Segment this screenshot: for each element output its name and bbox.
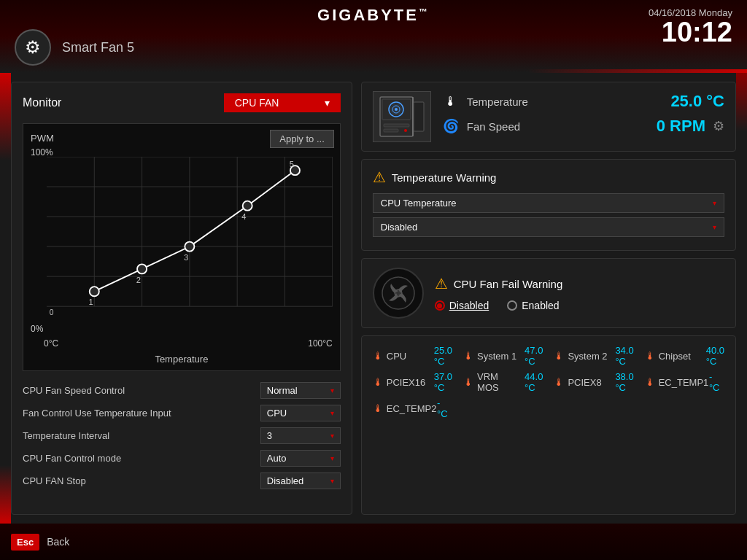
svg-text:3: 3 [184, 253, 188, 262]
pwm-100-label: 100% [31, 147, 53, 158]
temp-interval-select[interactable]: 3 ▾ [260, 427, 341, 444]
gear-icon: ⚙ [15, 29, 51, 66]
temperature-row: 🌡 Temperature 25.0 °C [442, 92, 724, 111]
temp-sensor-icon: 🌡 [645, 350, 655, 362]
disabled-radio-circle [435, 300, 445, 311]
warning-triangle-icon: ⚠ [373, 168, 386, 186]
temp-sensor-name: Chipset [659, 351, 703, 362]
temp-warning-header: ⚠ Temperature Warning [373, 168, 724, 186]
temp-sensor-name: System 1 [477, 351, 521, 362]
header: GIGABYTE™ ⚙ Smart Fan 5 04/16/2018 Monda… [0, 0, 747, 73]
monitor-header: Monitor CPU FAN ▾ [23, 93, 341, 112]
list-item: 🌡 System 2 34.0 °C [554, 345, 633, 367]
fail-warning-header: ⚠ CPU Fan Fail Warning [435, 275, 724, 292]
temp-warning-threshold-select[interactable]: Disabled ▾ [373, 217, 724, 237]
status-values: 🌡 Temperature 25.0 °C 🌀 Fan Speed 0 RPM … [442, 92, 724, 141]
svg-point-12 [90, 287, 99, 296]
fan-curve-chart: Apply to ... PWM 100% 0% 0°C 100°C Tempe… [23, 123, 341, 371]
temp-grid: 🌡 CPU 25.0 °C 🌡 System 1 47.0 °C 🌡 Syste… [373, 345, 724, 419]
temp-sensor-name: EC_TEMP1 [659, 377, 705, 388]
disabled-radio-label: Disabled [449, 300, 489, 311]
header-title-area: ⚙ Smart Fan 5 [15, 29, 134, 66]
svg-rect-30 [384, 124, 409, 127]
speed-control-row: CPU Fan Speed Control Normal ▾ [23, 382, 341, 399]
temp-grid-card: 🌡 CPU 25.0 °C 🌡 System 1 47.0 °C 🌡 Syste… [361, 335, 736, 515]
temp-sensor-icon: 🌡 [373, 376, 383, 388]
fan-settings: CPU Fan Speed Control Normal ▾ Fan Contr… [23, 382, 341, 489]
svg-text:4: 4 [241, 212, 246, 221]
fail-warning-radio-group: Disabled Enabled [435, 300, 724, 311]
fan-speed-label: Fan Speed [467, 120, 649, 133]
fan-curve-svg: 1 2 3 4 5 0 [47, 157, 333, 320]
fail-warning-icon: ⚠ [435, 275, 448, 292]
temp-sensor-value: 37.0 °C [434, 371, 452, 393]
svg-text:5: 5 [290, 160, 294, 168]
red-accent-top [528, 69, 747, 73]
status-card: 🌡 Temperature 25.0 °C 🌀 Fan Speed 0 RPM … [361, 82, 736, 152]
temp-interval-row: Temperature Interval 3 ▾ [23, 427, 341, 444]
gigabyte-logo: GIGABYTE™ [317, 6, 430, 25]
list-item: 🌡 EC_TEMP1 - °C [645, 371, 724, 393]
list-item: 🌡 CPU 25.0 °C [373, 345, 452, 367]
temp-warning-source-select[interactable]: CPU Temperature ▾ [373, 193, 724, 213]
back-label: Back [47, 536, 69, 548]
temp-sensor-icon: 🌡 [463, 376, 473, 388]
temp-sensor-value: 47.0 °C [525, 345, 543, 367]
right-panel: 🌡 Temperature 25.0 °C 🌀 Fan Speed 0 RPM … [361, 82, 736, 515]
control-mode-select[interactable]: Auto ▾ [260, 450, 341, 467]
temp-sensor-name: System 2 [568, 351, 611, 362]
speed-control-select[interactable]: Normal ▾ [260, 382, 341, 399]
temperature-value: 25.0 °C [670, 92, 724, 111]
temp-input-select[interactable]: CPU ▾ [260, 405, 341, 421]
fail-warning-content: ⚠ CPU Fan Fail Warning Disabled Enabled [435, 275, 724, 311]
app-title: Smart Fan 5 [62, 40, 134, 55]
svg-text:1: 1 [89, 298, 93, 306]
enabled-radio-circle [507, 300, 517, 311]
list-item: 🌡 VRM MOS 44.0 °C [463, 371, 543, 393]
speed-control-label: CPU Fan Speed Control [23, 385, 125, 396]
temp-input-row: Fan Control Use Temperature Input CPU ▾ [23, 405, 341, 421]
svg-rect-34 [414, 102, 424, 131]
svg-text:2: 2 [136, 276, 141, 284]
svg-point-32 [404, 129, 407, 132]
datetime-display: 04/16/2018 Monday 10:12 [649, 7, 732, 46]
esc-button[interactable]: Esc [11, 534, 39, 551]
fail-warning-title: CPU Fan Fail Warning [454, 278, 563, 290]
temp-100-label: 100°C [308, 338, 333, 349]
fan-selector-button[interactable]: CPU FAN ▾ [224, 93, 341, 112]
temp-warning-title: Temperature Warning [392, 171, 497, 184]
temp-interval-label: Temperature Interval [23, 430, 109, 441]
temp-sensor-name: EC_TEMP2 [387, 403, 433, 414]
temp-sensor-icon: 🌡 [554, 376, 564, 388]
temp-sensor-name: PCIEX16 [387, 377, 430, 388]
temp-sensor-icon: 🌡 [373, 350, 383, 362]
temp-sensor-icon: 🌡 [645, 376, 655, 388]
fan-icon: 🌀 [442, 118, 460, 134]
temp-0-label: 0°C [44, 338, 58, 349]
temp-sensor-icon: 🌡 [554, 350, 564, 362]
svg-point-18 [243, 201, 252, 211]
enabled-radio[interactable]: Enabled [507, 300, 559, 311]
svg-text:0: 0 [50, 308, 54, 316]
list-item: 🌡 Chipset 40.0 °C [645, 345, 724, 367]
temp-sensor-value: 40.0 °C [706, 345, 724, 367]
pwm-axis-label: PWM [31, 133, 54, 144]
control-mode-row: CPU Fan Control mode Auto ▾ [23, 450, 341, 467]
temp-sensor-name: VRM MOS [477, 371, 521, 393]
temp-sensor-value: 38.0 °C [615, 371, 633, 393]
enabled-radio-label: Enabled [522, 300, 559, 311]
thermometer-icon: 🌡 [442, 94, 460, 109]
fan-large-icon [373, 268, 424, 319]
footer: Esc Back [0, 524, 747, 560]
disabled-radio[interactable]: Disabled [435, 300, 489, 311]
left-panel: Monitor CPU FAN ▾ Apply to ... PWM 100% … [11, 82, 352, 515]
apply-to-button[interactable]: Apply to ... [270, 130, 333, 148]
monitor-label: Monitor [23, 96, 61, 109]
list-item: 🌡 PCIEX16 37.0 °C [373, 371, 452, 393]
temp-input-label: Fan Control Use Temperature Input [23, 408, 171, 419]
svg-rect-31 [384, 129, 398, 132]
temperature-label: Temperature [467, 96, 664, 108]
settings-gear-icon[interactable]: ⚙ [713, 118, 724, 134]
fan-stop-select[interactable]: Disabled ▾ [260, 472, 341, 489]
fan-stop-row: CPU FAN Stop Disabled ▾ [23, 472, 341, 489]
